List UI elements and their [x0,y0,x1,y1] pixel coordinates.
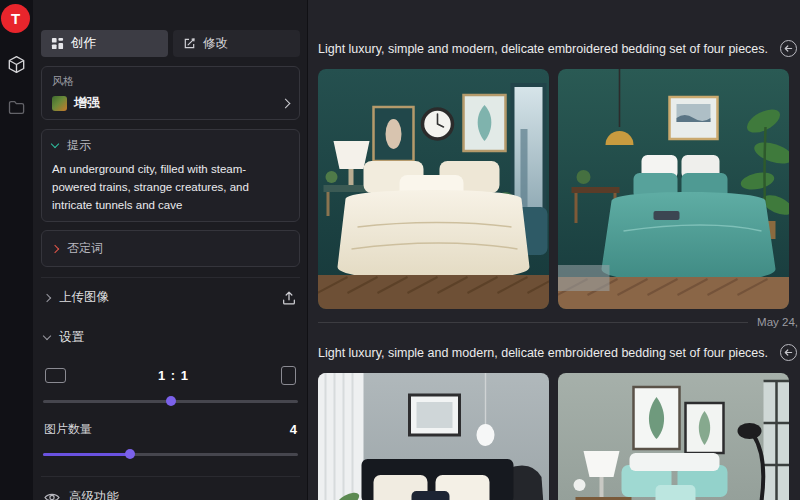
aspect-ratio-value: 1 : 1 [158,368,189,383]
upload-image-row[interactable]: 上传图像 [41,277,300,316]
slider-handle[interactable] [166,396,176,406]
chevron-down-icon [43,332,51,340]
style-value: 增强 [74,94,275,112]
negative-card[interactable]: 否定词 [41,230,300,267]
prompt-label: 提示 [67,137,91,154]
nav-rail: T [0,0,33,500]
model-cube-icon[interactable] [7,55,26,78]
generated-image-art [558,373,789,500]
image-count-value: 4 [290,422,297,437]
chevron-right-icon [51,245,59,253]
chevron-right-icon [281,98,291,108]
chevron-right-icon [43,294,51,302]
generated-image-4[interactable] [558,373,789,500]
arrow-left-circle-icon[interactable] [780,344,797,361]
advanced-features-label: 高级功能 [69,489,297,500]
eye-icon [44,491,60,500]
prompt-text[interactable]: An underground city, filled with steam-p… [52,161,289,214]
folder-icon[interactable] [8,100,25,119]
upload-icon[interactable] [281,290,297,306]
style-thumbnail [52,96,67,111]
brand-logo[interactable]: T [1,4,30,33]
landscape-ratio-icon[interactable] [45,368,66,383]
edit-icon [183,37,196,50]
result-meta-row: May 24, [318,316,800,328]
advanced-features-row[interactable]: 高级功能 [41,476,300,500]
generated-image-art [318,69,549,309]
slider-fill [43,453,130,456]
portrait-ratio-icon[interactable] [281,366,296,385]
generated-image-art [558,69,789,309]
generated-image-3[interactable] [318,373,549,500]
results-panel: Light luxury, simple and modern, delicat… [308,0,800,500]
style-label: 风格 [52,74,289,89]
aspect-ratio-slider[interactable] [43,395,298,407]
result-caption: Light luxury, simple and modern, delicat… [318,346,768,360]
tab-create[interactable]: 创作 [41,30,168,57]
aspect-ratio-control: 1 : 1 [41,366,300,385]
grid-icon [51,37,64,50]
slider-handle[interactable] [125,449,135,459]
chevron-down-icon [51,140,59,148]
result-image-row [318,373,800,500]
generated-image-art [318,373,549,500]
image-count-slider[interactable] [43,448,298,460]
upload-label: 上传图像 [59,289,272,306]
style-card[interactable]: 风格 增强 [41,66,300,120]
result-caption-row: Light luxury, simple and modern, delicat… [318,344,800,361]
arrow-left-circle-icon[interactable] [780,40,797,57]
result-caption: Light luxury, simple and modern, delicat… [318,42,768,56]
prompt-header[interactable]: 提示 [52,137,289,154]
negative-label: 否定词 [67,240,103,257]
generation-panel: 创作 修改 风格 增强 提示 An undergro [33,0,308,500]
settings-label: 设置 [59,329,297,346]
tab-create-label: 创作 [71,35,96,52]
tab-modify-label: 修改 [203,35,228,52]
image-count-row: 图片数量 4 [41,421,300,438]
generated-image-1[interactable] [318,69,549,309]
result-caption-row: Light luxury, simple and modern, delicat… [318,40,800,57]
style-selector[interactable]: 增强 [52,94,289,112]
prompt-card[interactable]: 提示 An underground city, filled with stea… [41,129,300,222]
settings-row[interactable]: 设置 [41,316,300,356]
mode-tabs: 创作 修改 [41,30,300,57]
result-image-row [318,69,800,309]
negative-header[interactable]: 否定词 [52,240,289,257]
tab-modify[interactable]: 修改 [173,30,300,57]
generated-image-2[interactable] [558,69,789,309]
image-count-label: 图片数量 [44,421,290,438]
result-date: May 24, [757,316,798,328]
app-window: T 创作 [0,0,800,500]
divider [318,322,748,323]
